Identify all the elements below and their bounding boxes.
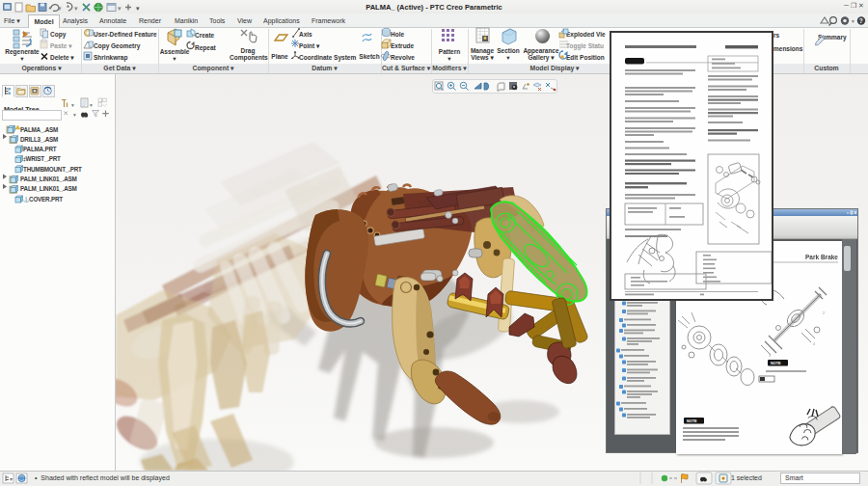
svg-text:▾: ▾ xyxy=(10,476,13,482)
svg-text:▾: ▾ xyxy=(118,5,122,12)
svg-text:▾: ▾ xyxy=(136,5,140,12)
svg-text:?: ? xyxy=(859,17,863,24)
svg-text:NOTE: NOTE xyxy=(771,362,781,365)
svg-text:▾: ▾ xyxy=(58,5,62,12)
svg-text:▾: ▾ xyxy=(852,18,854,24)
svg-text:4: 4 xyxy=(813,342,815,346)
svg-text:Park Brake: Park Brake xyxy=(805,254,838,260)
svg-text:▾: ▾ xyxy=(90,102,93,108)
svg-text:▾: ▾ xyxy=(71,102,74,108)
svg-text:2: 2 xyxy=(823,311,825,315)
svg-text:▾: ▾ xyxy=(74,5,78,12)
svg-text:▾: ▾ xyxy=(73,112,76,118)
svg-text:3: 3 xyxy=(769,354,771,358)
svg-text:NOTE: NOTE xyxy=(687,419,697,423)
